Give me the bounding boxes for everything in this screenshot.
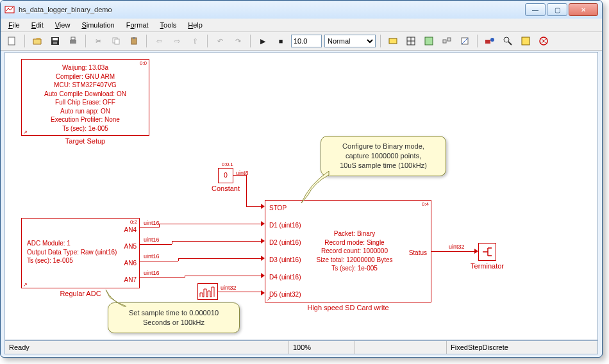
up-button[interactable]: ⇧ — [187, 33, 203, 49]
status-zoom: 100% — [289, 341, 355, 354]
menu-view[interactable]: View — [50, 20, 76, 30]
new-model-button[interactable] — [4, 33, 20, 49]
open-button[interactable] — [29, 33, 45, 49]
menu-tools[interactable]: Tools — [155, 20, 182, 30]
tool-icon-4[interactable] — [439, 33, 455, 49]
svg-rect-10 — [133, 37, 135, 39]
redo-button[interactable]: ↷ — [230, 33, 246, 49]
forward-button[interactable]: ⇨ — [169, 33, 185, 49]
block-tag: 0:2 — [130, 219, 137, 225]
svg-point-19 — [504, 37, 509, 42]
minimize-button[interactable]: — — [525, 3, 546, 16]
port-label: D5 (uint32) — [269, 291, 301, 298]
tool-icon-1[interactable] — [385, 33, 401, 49]
tool-icon-2[interactable] — [403, 33, 419, 49]
callout-tail-icon — [300, 171, 332, 206]
print-button[interactable] — [65, 33, 81, 49]
undo-button[interactable]: ↶ — [212, 33, 228, 49]
back-button[interactable]: ⇦ — [151, 33, 167, 49]
link-icon: ↗ — [23, 129, 28, 135]
port-label: STOP — [269, 204, 287, 211]
model-explorer-button[interactable] — [500, 33, 515, 49]
tool-icon-5[interactable] — [457, 33, 472, 49]
port-label: D3 (uint16) — [269, 256, 301, 263]
terminator-icon — [481, 245, 494, 258]
svg-rect-3 — [53, 38, 58, 40]
paste-button[interactable] — [126, 33, 142, 49]
app-icon — [4, 4, 15, 15]
svg-rect-13 — [425, 37, 433, 45]
svg-rect-5 — [70, 40, 76, 44]
block-counter[interactable] — [197, 283, 218, 300]
block-regular-adc[interactable]: 0:2 ↗ ADC Module: 1 Output Data Type: Ra… — [21, 218, 140, 288]
close-button[interactable]: ✕ — [569, 3, 598, 16]
menu-bar: File Edit View Simulation Format Tools H… — [1, 19, 602, 32]
window-title: hs_data_logger_binary_demo — [19, 6, 525, 13]
port-label: D1 (uint16) — [269, 222, 301, 229]
menu-simulation[interactable]: Simulation — [76, 20, 119, 30]
block-constant[interactable]: 0 — [218, 168, 233, 183]
port-label: D4 (uint16) — [269, 274, 301, 281]
port-label: AN7 — [124, 276, 137, 283]
block-tag: 0:0.1 — [222, 161, 233, 167]
svg-rect-21 — [522, 37, 530, 45]
svg-rect-4 — [53, 42, 57, 44]
status-ready: Ready — [5, 341, 289, 354]
block-label: High speed SD Card write — [265, 304, 431, 311]
port-label: Status — [409, 249, 427, 256]
menu-format[interactable]: Format — [121, 20, 154, 30]
svg-rect-14 — [443, 40, 446, 43]
menu-edit[interactable]: Edit — [26, 20, 49, 30]
copy-button[interactable] — [108, 33, 124, 49]
block-target-setup[interactable]: 0:0 ↗ Waijung: 13.03a Compiler: GNU ARM … — [21, 59, 149, 136]
menu-file[interactable]: File — [3, 20, 25, 30]
menu-help[interactable]: Help — [183, 20, 208, 30]
block-tag: 0:0 — [140, 60, 147, 66]
sd-text: Packet: Binary Record mode: Single Recor… — [310, 229, 399, 273]
annotation-callout: Configure to Binary mode, capture 100000… — [321, 136, 446, 176]
block-terminator[interactable] — [478, 243, 496, 261]
status-blank — [355, 341, 447, 354]
status-solver: FixedStepDiscrete — [447, 341, 597, 354]
tool-icon-3[interactable] — [421, 33, 437, 49]
datatype-label: uint32 — [449, 244, 465, 250]
cut-button[interactable]: ✂ — [90, 33, 106, 49]
svg-rect-8 — [115, 39, 119, 44]
svg-rect-1 — [8, 37, 15, 45]
tool-icon-6[interactable] — [518, 33, 533, 49]
library-browser-button[interactable] — [482, 33, 497, 49]
link-icon: ↗ — [23, 282, 28, 288]
callout-tail-icon — [104, 288, 130, 308]
target-setup-text: Waijung: 13.03a Compiler: GNU ARM MCU: S… — [22, 60, 149, 133]
svg-point-18 — [490, 38, 494, 42]
adc-text: ADC Module: 1 Output Data Type: Raw (uin… — [22, 219, 139, 265]
svg-rect-6 — [71, 37, 75, 40]
port-label: D2 (uint16) — [269, 239, 301, 246]
title-bar: hs_data_logger_binary_demo — ▢ ✕ — [1, 1, 602, 19]
run-button[interactable]: ▶ — [255, 33, 271, 49]
toolbar: ✂ ⇦ ⇨ ⇧ ↶ ↷ ▶ ■ Normal — [1, 32, 602, 51]
stop-button[interactable]: ■ — [273, 33, 288, 49]
port-label: AN6 — [124, 260, 137, 267]
stop-time-input[interactable] — [291, 35, 322, 47]
datatype-label: uint32 — [221, 285, 237, 291]
model-canvas[interactable]: 0:0 ↗ Waijung: 13.03a Compiler: GNU ARM … — [4, 52, 598, 340]
block-tag: 0:4 — [422, 201, 429, 207]
svg-rect-11 — [389, 38, 397, 44]
tool-icon-7[interactable] — [536, 33, 551, 49]
status-bar: Ready 100% FixedStepDiscrete — [4, 340, 598, 354]
svg-line-20 — [508, 42, 512, 45]
simulation-mode-select[interactable]: Normal — [324, 35, 376, 47]
save-button[interactable] — [47, 33, 63, 49]
svg-rect-17 — [485, 40, 490, 44]
maximize-button[interactable]: ▢ — [547, 3, 567, 16]
block-label: Terminator — [464, 262, 510, 270]
block-label: Target Setup — [21, 137, 149, 145]
block-sd-card-write[interactable]: 0:4 ↗ STOP D1 (uint16) D2 (uint16) D3 (u… — [265, 200, 431, 302]
counter-icon — [198, 284, 217, 299]
block-label: Constant — [208, 185, 244, 192]
port-label: AN4 — [124, 226, 137, 233]
port-label: AN5 — [124, 243, 137, 250]
svg-rect-15 — [447, 38, 451, 41]
